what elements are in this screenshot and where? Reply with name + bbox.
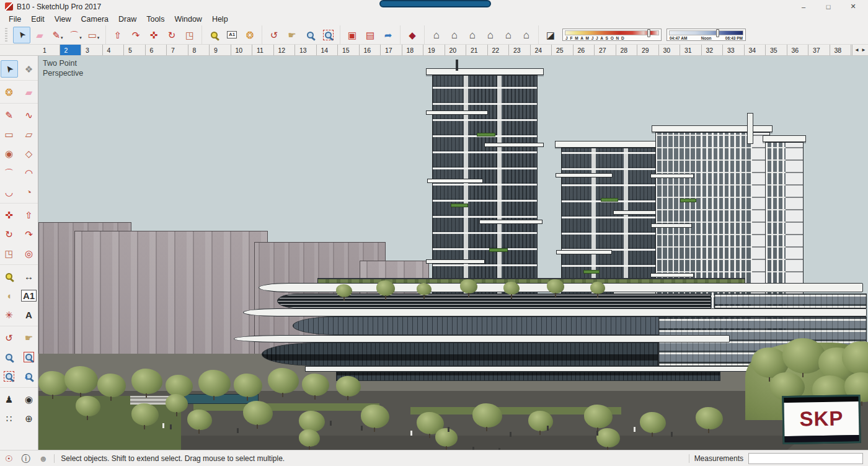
scene-tab[interactable]: 31 [680,45,702,55]
scene-tab[interactable]: 34 [745,45,766,55]
rectangle-tool-button[interactable]: ▭ [1,125,18,143]
menu-item[interactable]: File [4,14,26,25]
scene-tab[interactable]: 19 [423,45,445,55]
zoom-previous-button[interactable] [20,367,38,385]
scale-tool-button[interactable]: ◳ [181,27,198,43]
maximize-button[interactable]: □ [816,1,841,13]
get-models-button[interactable]: ▣ [343,27,361,43]
eraser-tool-button[interactable]: ▰ [31,27,48,43]
scene-tab[interactable]: 3 [81,45,103,55]
scene-tab[interactable]: 36 [787,45,809,55]
rotate-tool-button[interactable]: ↻ [1,225,18,243]
shadow-date-thumb[interactable] [647,29,650,37]
menu-item[interactable]: View [50,14,76,25]
shadows-toggle-button[interactable]: ◪ [542,27,559,43]
tabs-scroll-right-button[interactable]: ► [861,47,867,53]
scene-tab[interactable]: 17 [381,45,402,55]
scene-tab[interactable]: 13 [295,45,317,55]
look-around-button[interactable]: ◉ [20,390,38,408]
scene-tab[interactable]: 30 [659,45,681,55]
tape-measure-tool-button[interactable] [205,27,223,43]
extension-warehouse-button[interactable]: ◆ [404,27,421,43]
select-tool-button[interactable]: ➤ [13,27,30,43]
move-tool-button[interactable]: ✜ [1,206,18,223]
shadow-date-slider[interactable]: J F M A M J J A S O N D [562,29,662,41]
make-component-button[interactable]: ❖ [20,60,38,78]
view-right-button[interactable]: ⌂ [446,27,463,43]
signin-icon[interactable]: ☻ [39,454,48,463]
scene-tab[interactable]: 11 [252,45,274,55]
tape-measure-tool-button[interactable] [1,267,18,285]
move-tool-button[interactable]: ✜ [145,27,162,43]
rotate-tool-button[interactable]: ↻ [163,27,180,43]
view-back-button[interactable]: ⌂ [500,27,517,43]
pan-tool-button[interactable]: ☛ [20,329,38,346]
scene-tab[interactable]: 15 [338,45,360,55]
push-pull-tool-button[interactable]: ⇧ [109,27,126,43]
scale-tool-button[interactable]: ◳ [1,244,18,262]
view-iso-button[interactable]: ⌂ [428,27,445,43]
scene-tab[interactable]: 16 [360,45,381,55]
follow-me-tool-button[interactable]: ↷ [20,225,38,243]
scene-tab[interactable]: 21 [466,45,488,55]
rectangle-tool-button[interactable]: ▭▾ [85,27,102,43]
scene-tab[interactable]: 23 [509,45,531,55]
scene-tab[interactable]: 38 [830,45,852,55]
select-tool-button[interactable]: ➤ [1,60,18,78]
line-tool-button[interactable]: ✎ [1,106,18,123]
tabs-scroll-left-button[interactable]: ◄ [854,47,860,53]
scene-tab[interactable]: 5 [124,45,146,55]
model-viewport[interactable]: Two Point Perspective [38,56,868,450]
send-to-layout-button[interactable]: ➦ [379,27,397,43]
scene-tab[interactable]: 10 [231,45,253,55]
freehand-tool-button[interactable]: ∿ [20,106,38,123]
close-button[interactable]: ✕ [841,1,866,13]
scene-tab[interactable]: 2 [60,45,82,55]
paint-bucket-tool-button[interactable]: ❂ [1,83,18,101]
scene-tab[interactable]: 26 [574,45,595,55]
polygon-tool-button[interactable]: ◇ [20,145,38,162]
arc-tool-button[interactable]: ⌒▾ [67,27,84,43]
rotated-rectangle-tool-button[interactable]: ▱ [20,125,38,143]
scene-tab[interactable]: 9 [210,45,231,55]
menu-item[interactable]: Tools [141,14,169,25]
menu-item[interactable]: Edit [26,14,50,25]
pan-tool-button[interactable]: ☛ [283,27,301,43]
menu-item[interactable]: Help [207,14,233,25]
orbit-tool-button[interactable]: ↺ [1,329,18,346]
scene-tab[interactable]: 20 [445,45,467,55]
menu-item[interactable]: Window [169,14,206,25]
dimension-tool-button[interactable]: ↔ [20,267,38,285]
zoom-tool-button[interactable] [301,27,319,43]
orbit-tool-button[interactable]: ↺ [265,27,283,43]
turn-button[interactable]: ⊕ [20,410,38,427]
geolocation-icon[interactable]: ☉ [5,454,13,463]
threed-text-tool-button[interactable]: A [20,306,38,323]
scene-tab[interactable]: 1 [38,45,60,55]
scene-tab[interactable]: 8 [188,45,210,55]
two-point-arc-tool-button[interactable]: ◠ [20,164,38,181]
walk-button[interactable]: ∷ [1,410,18,427]
share-model-button[interactable]: ▤ [361,27,379,43]
push-pull-tool-button[interactable]: ⇧ [20,206,38,223]
scene-tab[interactable]: 12 [274,45,296,55]
minimize-button[interactable]: – [791,1,816,13]
view-top-button[interactable]: ⌂ [482,27,499,43]
scene-tab[interactable]: 18 [402,45,424,55]
offset-tool-button[interactable]: ◎ [20,244,38,262]
zoom-extents-button[interactable] [319,27,337,43]
scene-tab[interactable]: 28 [616,45,638,55]
menu-item[interactable]: Draw [113,14,141,25]
protractor-tool-button[interactable]: ◖ [1,287,18,304]
zoom-window-button[interactable] [20,348,38,365]
scene-tab[interactable]: 35 [766,45,787,55]
circle-tool-button[interactable]: ◉ [1,145,18,162]
scene-tab[interactable]: 7 [167,45,188,55]
scene-tab[interactable]: 4 [103,45,125,55]
axes-tool-button[interactable]: ✳ [1,306,18,323]
eraser-tool-button[interactable]: ▰ [20,83,38,101]
text-tool-button[interactable]: A1 [223,27,241,43]
model-info-icon[interactable]: ⓘ [22,454,30,463]
paint-bucket-tool-button[interactable]: ❂ [241,27,259,43]
shadow-time-thumb[interactable] [716,29,719,37]
